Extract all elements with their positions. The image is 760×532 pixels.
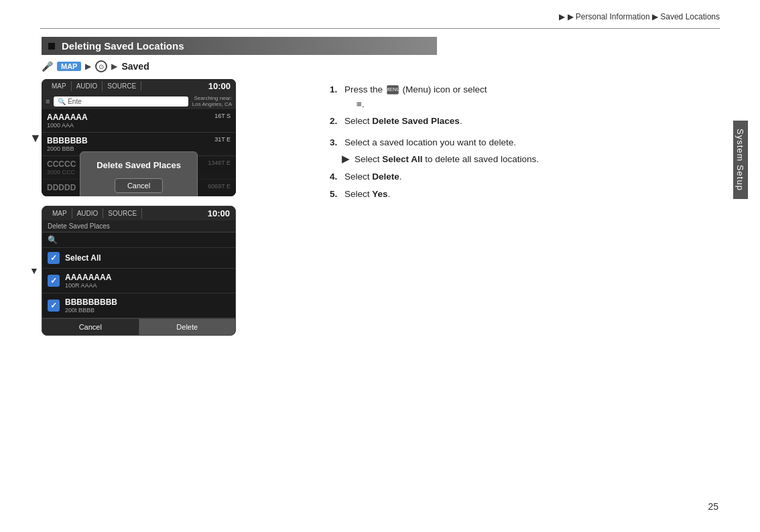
searching-near-text: Searching near: [192, 95, 232, 101]
item-distance-2: 31T E [214, 136, 231, 143]
list-item[interactable]: 16T S AAAAAAA 1000 AAA [42, 109, 236, 133]
item-distance-1: 16T S [214, 113, 231, 119]
step5-num: 5. [330, 187, 342, 202]
screen2-tab-source[interactable]: SOURCE [103, 208, 142, 218]
screen1-location-info: Searching near: Los Angeles, CA [192, 95, 232, 107]
step-3: 3. Select a saved location you want to d… [330, 135, 718, 150]
item-sub-1: 1000 AAA [47, 122, 231, 129]
top-divider [40, 28, 720, 29]
section-title: Deleting Saved Locations [62, 40, 184, 52]
left-arrow-screen1: ▼ [29, 131, 42, 145]
screen2-header-label: Delete Saved Places [42, 220, 235, 232]
step-2: 2. Select Delete Saved Places. [330, 114, 718, 129]
screen1-tab-map[interactable]: MAP [47, 81, 72, 91]
step3-sub: ▶ Select Select All to delete all saved … [342, 152, 718, 167]
delete-dialog: Delete Saved Places Cancel [80, 151, 198, 197]
screen2-item-1[interactable]: ✓ AAAAAAAA 100R AAAA [42, 269, 235, 293]
item1-checkbox[interactable]: ✓ [48, 275, 60, 287]
screen1-time: 10:00 [208, 81, 231, 91]
search-placeholder: Ente [68, 98, 82, 105]
checkmark-icon: ✓ [50, 253, 57, 263]
breadcrumb: ▶ ▶ Personal Information ▶ Saved Locatio… [559, 12, 720, 21]
step1-text: Press the MENU (Menu) icon or select ≡. [344, 82, 487, 111]
two-col-layout: ▼ MAP AUDIO SOURCE 10:00 ≡ [42, 79, 718, 336]
item1-info: AAAAAAAA 100R AAAA [65, 273, 111, 289]
item-name-1: AAAAAAA [47, 113, 231, 122]
screen2-footer: Cancel Delete [42, 318, 235, 335]
screen2-time: 10:00 [208, 208, 230, 218]
dialog-overlay: Delete Saved Places Cancel [42, 156, 236, 196]
sidebar-label: System Setup [733, 121, 748, 199]
screen1-search-bar[interactable]: 🔍 Ente [54, 96, 188, 107]
step4-bold: Delete [372, 172, 399, 182]
checkmark-icon: ✓ [50, 276, 57, 285]
screen2-cancel-button[interactable]: Cancel [42, 319, 139, 335]
left-column: ▼ MAP AUDIO SOURCE 10:00 ≡ [42, 79, 310, 336]
steps-list-continued: 4. Select Delete. 5. Select Yes. [330, 170, 718, 201]
item1-name: AAAAAAAA [65, 273, 111, 282]
step4-text: Select Delete. [344, 170, 402, 184]
item2-name: BBBBBBBBB [65, 297, 117, 307]
step3-sub-bold: Select All [382, 154, 422, 164]
instructions: 1. Press the MENU (Menu) icon or select … [330, 82, 718, 201]
screen1-search-row: ≡ 🔍 Ente Searching near: Los Angeles, CA [42, 93, 236, 109]
item2-checkbox[interactable]: ✓ [48, 300, 60, 312]
left-arrow-screen2: ▼ [29, 265, 39, 276]
steps-list: 1. Press the MENU (Menu) icon or select … [330, 82, 718, 149]
map-badge: MAP [57, 62, 81, 71]
saved-text: Saved [121, 61, 149, 72]
screen1-tab-source[interactable]: SOURCE [103, 81, 141, 91]
screen2-wrapper: ▼ MAP AUDIO SOURCE 10:00 Delete Saved Pl… [42, 206, 310, 336]
menu-icon-inline: MENU [387, 85, 399, 94]
screen1-menu-icon: ≡ [46, 97, 50, 105]
page-number: 25 [708, 501, 718, 512]
select-all-item[interactable]: ✓ Select All [42, 248, 235, 269]
item2-sub: 200t BBBB [65, 307, 117, 314]
select-all-checkbox[interactable]: ✓ [48, 252, 60, 264]
search-glass: 🔍 [58, 98, 66, 105]
step4-num: 4. [330, 170, 342, 184]
screen1-tab-audio[interactable]: AUDIO [72, 81, 103, 91]
path-arrow2: ▶ [111, 62, 117, 71]
select-all-info: Select All [65, 253, 101, 263]
path-arrow1: ▶ [85, 62, 91, 71]
location-text: Los Angeles, CA [192, 101, 232, 107]
step5-bold: Yes [372, 189, 387, 199]
circle-icon: ⊙ [95, 60, 107, 72]
screen2-item-2[interactable]: ✓ BBBBBBBBB 200t BBBB [42, 293, 235, 318]
item-name-2: BBBBBBB [47, 136, 231, 145]
screen2: MAP AUDIO SOURCE 10:00 Delete Saved Plac… [42, 206, 236, 336]
screen2-tab-map[interactable]: MAP [48, 208, 72, 218]
search-icon: 🔍 [48, 235, 58, 245]
screen2-topbar: MAP AUDIO SOURCE 10:00 [42, 206, 235, 220]
step1-icon2: ≡ [357, 99, 362, 109]
main-content: Deleting Saved Locations 🎤 MAP ▶ ⊙ ▶ Sav… [42, 37, 718, 498]
screen1-wrapper: ▼ MAP AUDIO SOURCE 10:00 ≡ [42, 79, 310, 196]
breadcrumb-part2: Saved Locations [660, 12, 720, 21]
step2-num: 2. [330, 114, 342, 129]
breadcrumb-arrow1: ▶ [559, 12, 565, 21]
item1-sub: 100R AAAA [65, 282, 111, 289]
screen2-tab-audio[interactable]: AUDIO [72, 208, 104, 218]
screen2-delete-button[interactable]: Delete [139, 319, 236, 335]
right-column: 1. Press the MENU (Menu) icon or select … [330, 79, 718, 336]
screen1: MAP AUDIO SOURCE 10:00 ≡ 🔍 Ente [42, 79, 236, 196]
select-all-label: Select All [65, 253, 101, 263]
step3-sub-text: Select Select All to delete all saved lo… [355, 152, 539, 167]
step3-text: Select a saved location you want to dele… [344, 135, 516, 150]
screen1-list: 16T S AAAAAAA 1000 AAA 31T E BBBBBBB 200… [42, 109, 236, 196]
sub-path: 🎤 MAP ▶ ⊙ ▶ Saved [42, 60, 718, 72]
title-square-icon [48, 43, 55, 50]
bullet-arrow: ▶ [342, 152, 349, 167]
step5-text: Select Yes. [344, 187, 390, 202]
cancel-button[interactable]: Cancel [115, 178, 163, 193]
step2-text: Select Delete Saved Places. [344, 114, 462, 129]
screen1-topbar: MAP AUDIO SOURCE 10:00 [42, 79, 236, 93]
mic-icon: 🎤 [42, 61, 53, 72]
step-5: 5. Select Yes. [330, 187, 718, 202]
step3-num: 3. [330, 135, 342, 150]
section-title-bar: Deleting Saved Locations [42, 37, 437, 55]
screen2-tabs: MAP AUDIO SOURCE [48, 208, 142, 218]
breadcrumb-arrow2: ▶ [652, 12, 658, 21]
dialog-title: Delete Saved Places [97, 160, 181, 170]
